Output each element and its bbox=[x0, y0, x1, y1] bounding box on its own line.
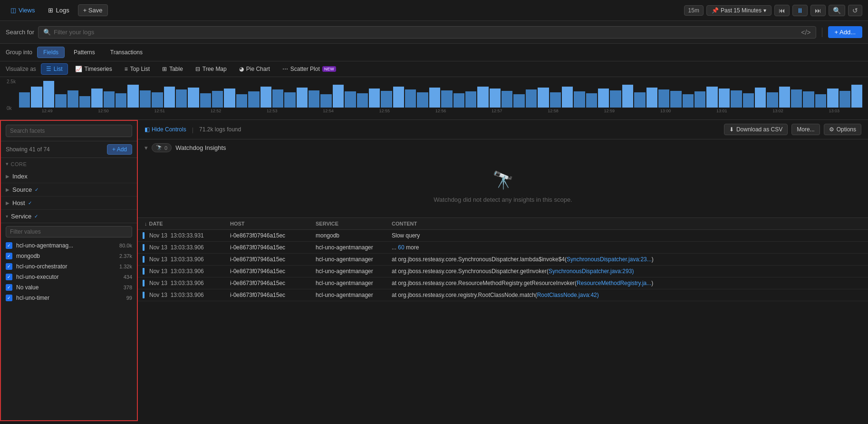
facet-host[interactable]: ▶ Host ✓ bbox=[1, 197, 137, 210]
facet-service[interactable]: ▾ Service ✓ bbox=[1, 210, 137, 223]
add-button[interactable]: + Add... bbox=[828, 26, 862, 38]
more-button[interactable]: More... bbox=[791, 124, 820, 135]
zoom-in-button[interactable]: 🔍 bbox=[829, 5, 845, 16]
histogram-bar[interactable] bbox=[224, 89, 235, 108]
histogram-bar[interactable] bbox=[127, 85, 138, 108]
histogram-bar[interactable] bbox=[465, 91, 476, 108]
add-facet-button[interactable]: + Add bbox=[107, 144, 132, 155]
hide-controls-button[interactable]: ◧ Hide Controls bbox=[145, 126, 186, 133]
histogram-bars[interactable] bbox=[19, 79, 862, 108]
service-item-1[interactable]: ✓ mongodb 2.37k bbox=[1, 251, 137, 261]
histogram-bar[interactable] bbox=[381, 91, 392, 108]
log-row[interactable]: Nov 13 13:03:33.906 i-0e8673f07946a15ec … bbox=[138, 242, 868, 254]
histogram-bar[interactable] bbox=[55, 94, 66, 108]
back-button[interactable]: ⏮ bbox=[774, 5, 790, 16]
histogram-bar[interactable] bbox=[815, 94, 826, 108]
histogram-bar[interactable] bbox=[743, 93, 754, 108]
histogram-bar[interactable] bbox=[19, 92, 30, 108]
histogram-bar[interactable] bbox=[152, 92, 163, 108]
histogram-bar[interactable] bbox=[417, 92, 428, 108]
logs-button[interactable]: ⊞ Logs bbox=[43, 5, 74, 16]
histogram-bar[interactable] bbox=[441, 90, 452, 108]
log-row[interactable]: Nov 13 13:03:33.906 i-0e8673f07946a15ec … bbox=[138, 277, 868, 289]
histogram-bar[interactable] bbox=[622, 85, 633, 108]
link-text[interactable]: SynchronousDispatcher.java:293) bbox=[549, 268, 634, 275]
histogram-bar[interactable] bbox=[477, 87, 488, 108]
log-row[interactable]: Nov 13 13:03:33.906 i-0e8673f07946a15ec … bbox=[138, 289, 868, 301]
histogram-bar[interactable] bbox=[550, 92, 561, 108]
histogram-bar[interactable] bbox=[284, 92, 295, 108]
vis-timeseries-button[interactable]: 📈 Timeseries bbox=[70, 63, 117, 75]
histogram-bar[interactable] bbox=[683, 94, 694, 108]
histogram-bar[interactable] bbox=[309, 90, 319, 108]
code-toggle-icon[interactable]: </> bbox=[801, 29, 810, 36]
histogram-bar[interactable] bbox=[767, 92, 778, 108]
histogram-bar[interactable] bbox=[333, 85, 344, 108]
service-checkbox-3[interactable]: ✓ bbox=[6, 274, 12, 280]
service-checkbox-0[interactable]: ✓ bbox=[6, 242, 12, 249]
tab-patterns[interactable]: Patterns bbox=[68, 47, 101, 58]
link-text[interactable]: RootClassNode.java:42) bbox=[537, 292, 599, 298]
histogram-bar[interactable] bbox=[839, 91, 850, 108]
histogram-bar[interactable] bbox=[272, 89, 283, 108]
histogram-bar[interactable] bbox=[827, 89, 838, 108]
histogram-bar[interactable] bbox=[176, 89, 187, 108]
service-checkbox-4[interactable]: ✓ bbox=[6, 284, 12, 291]
histogram-bar[interactable] bbox=[646, 88, 657, 108]
vis-treemap-button[interactable]: ⊟ Tree Map bbox=[190, 63, 232, 75]
refresh-button[interactable]: ↺ bbox=[848, 5, 862, 16]
histogram-bar[interactable] bbox=[369, 89, 380, 108]
search-input[interactable] bbox=[54, 29, 798, 36]
service-item-2[interactable]: ✓ hcl-uno-orchestrator 1.32k bbox=[1, 261, 137, 272]
histogram-bar[interactable] bbox=[538, 88, 549, 108]
log-row[interactable]: Nov 13 13:03:33.906 i-0e8673f07946a15ec … bbox=[138, 254, 868, 266]
tab-transactions[interactable]: Transactions bbox=[104, 47, 149, 58]
facet-index[interactable]: ▶ Index bbox=[1, 170, 137, 183]
histogram-bar[interactable] bbox=[188, 88, 199, 108]
link-text[interactable]: ResourceMethodRegistry.ja... bbox=[577, 280, 651, 286]
histogram-bar[interactable] bbox=[719, 89, 730, 108]
histogram-bar[interactable] bbox=[598, 89, 609, 108]
histogram-bar[interactable] bbox=[393, 87, 404, 108]
search-facets-input[interactable] bbox=[6, 125, 132, 137]
vis-scatterplot-button[interactable]: ⋯ Scatter Plot NEW bbox=[277, 63, 341, 75]
histogram-bar[interactable] bbox=[248, 91, 259, 108]
histogram-bar[interactable] bbox=[212, 91, 223, 108]
service-item-3[interactable]: ✓ hcl-uno-executor 434 bbox=[1, 272, 137, 282]
log-row[interactable]: Nov 13 13:03:33.906 i-0e8673f07946a15ec … bbox=[138, 266, 868, 277]
tab-fields[interactable]: Fields bbox=[37, 47, 65, 58]
histogram-bar[interactable] bbox=[320, 94, 331, 108]
col-host[interactable]: HOST bbox=[230, 221, 316, 227]
histogram-bar[interactable] bbox=[405, 89, 416, 108]
col-content[interactable]: CONTENT bbox=[392, 221, 861, 227]
histogram-bar[interactable] bbox=[574, 91, 585, 108]
vis-piechart-button[interactable]: ◕ Pie Chart bbox=[234, 63, 275, 75]
histogram-bar[interactable] bbox=[586, 93, 597, 108]
vis-list-button[interactable]: ☰ List bbox=[41, 63, 68, 75]
service-checkbox-1[interactable]: ✓ bbox=[6, 253, 12, 259]
histogram-bar[interactable] bbox=[779, 87, 790, 108]
histogram-bar[interactable] bbox=[357, 93, 368, 108]
histogram-bar[interactable] bbox=[490, 89, 501, 108]
histogram-bar[interactable] bbox=[731, 90, 742, 108]
histogram-bar[interactable] bbox=[851, 85, 862, 108]
service-item-5[interactable]: ✓ hcl-uno-timer 99 bbox=[1, 293, 137, 303]
histogram-bar[interactable] bbox=[31, 87, 42, 108]
link-text[interactable]: SynchronousDispatcher.java:23... bbox=[567, 256, 652, 263]
histogram-bar[interactable] bbox=[562, 87, 573, 108]
histogram-bar[interactable] bbox=[79, 96, 90, 108]
facet-source[interactable]: ▶ Source ✓ bbox=[1, 183, 137, 197]
download-csv-button[interactable]: ⬇ Download as CSV bbox=[724, 124, 788, 135]
histogram-bar[interactable] bbox=[502, 91, 512, 108]
histogram-bar[interactable] bbox=[694, 91, 705, 108]
histogram-bar[interactable] bbox=[68, 90, 78, 108]
views-button[interactable]: ◫ Views bbox=[6, 5, 39, 16]
histogram-bar[interactable] bbox=[116, 93, 126, 108]
histogram-bar[interactable] bbox=[260, 87, 271, 108]
col-date[interactable]: ↓ DATE bbox=[145, 221, 230, 227]
service-item-4[interactable]: ✓ No value 378 bbox=[1, 282, 137, 293]
histogram-bar[interactable] bbox=[526, 89, 537, 108]
histogram-bar[interactable] bbox=[610, 90, 621, 108]
histogram-bar[interactable] bbox=[140, 90, 151, 108]
histogram-bar[interactable] bbox=[791, 89, 802, 108]
